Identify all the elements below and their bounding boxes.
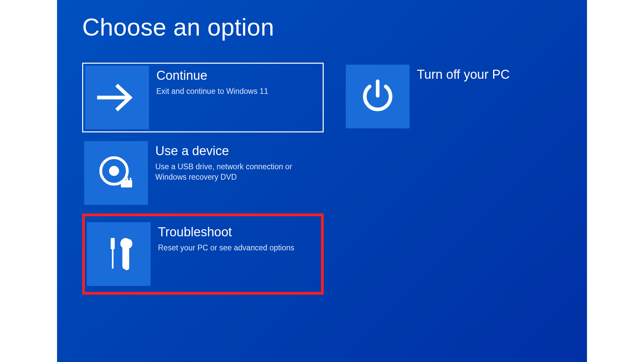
continue-description: Exit and continue to Windows 11 — [156, 86, 268, 97]
svg-rect-8 — [111, 238, 115, 249]
arrow-right-icon — [85, 66, 149, 129]
troubleshoot-text: Troubleshoot Reset your PC or see advanc… — [158, 222, 298, 253]
turn-off-text: Turn off your PC — [417, 65, 513, 85]
use-device-description: Use a USB drive, network connection or W… — [155, 162, 318, 182]
continue-text: Continue Exit and continue to Windows 11 — [156, 66, 272, 97]
turn-off-option[interactable]: Turn off your PC — [344, 63, 585, 132]
svg-rect-7 — [130, 178, 131, 181]
svg-rect-6 — [126, 178, 128, 181]
troubleshoot-option[interactable]: Troubleshoot Reset your PC or see advanc… — [82, 214, 324, 295]
tools-icon — [87, 222, 151, 286]
page-title: Choose an option — [82, 13, 587, 41]
svg-rect-4 — [121, 180, 132, 188]
svg-point-3 — [110, 167, 118, 175]
continue-title: Continue — [156, 68, 268, 83]
svg-rect-5 — [123, 178, 125, 181]
turn-off-title: Turn off your PC — [417, 67, 510, 82]
continue-option[interactable]: Continue Exit and continue to Windows 11 — [82, 63, 324, 132]
use-device-text: Use a device Use a USB drive, network co… — [155, 141, 322, 182]
windows-recovery-screen: Choose an option Continue Exit and conti… — [57, 0, 587, 362]
options-container: Continue Exit and continue to Windows 11… — [82, 63, 587, 295]
troubleshoot-title: Troubleshoot — [158, 225, 294, 239]
svg-rect-9 — [112, 248, 114, 268]
disc-icon — [84, 141, 148, 205]
power-icon — [346, 65, 410, 128]
troubleshoot-description: Reset your PC or see advanced options — [158, 243, 294, 253]
use-device-option[interactable]: Use a device Use a USB drive, network co… — [82, 139, 324, 207]
use-device-title: Use a device — [155, 144, 318, 158]
